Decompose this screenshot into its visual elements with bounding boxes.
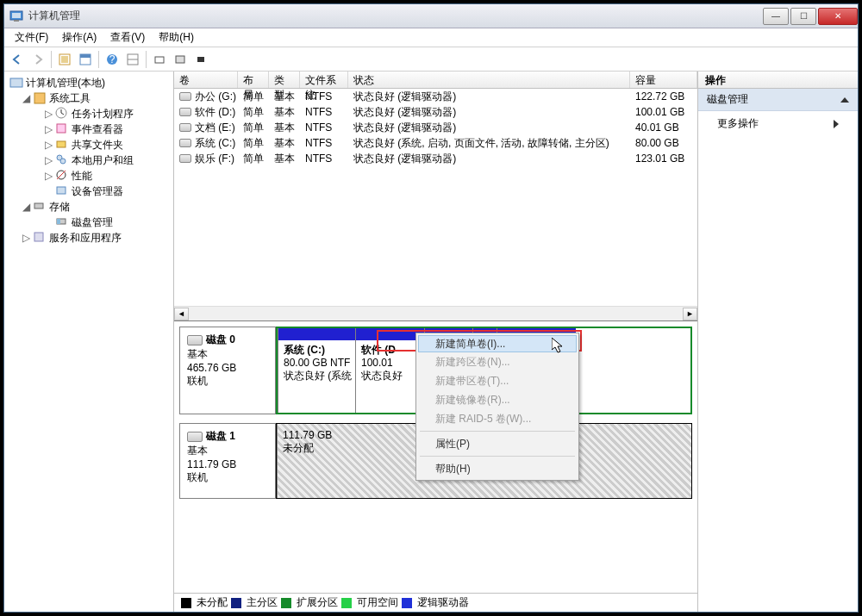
legend-free: 可用空间 [357, 595, 398, 610]
table-row[interactable]: 系统 (C:)简单基本NTFS状态良好 (系统, 启动, 页面文件, 活动, 故… [174, 135, 697, 151]
menu-file[interactable]: 文件(F) [8, 28, 55, 47]
tb-icon-5[interactable] [150, 50, 169, 69]
col-fs[interactable]: 文件系统 [300, 72, 348, 88]
menu-help[interactable]: 帮助(H) [152, 28, 201, 47]
partition[interactable]: 系统 (C:)80.00 GB NTF状态良好 (系统 [278, 328, 355, 413]
help-icon[interactable]: ? [103, 50, 122, 69]
context-menu-props[interactable]: 属性(P) [418, 434, 577, 453]
tb-icon-4[interactable] [123, 50, 142, 69]
back-button[interactable] [8, 50, 27, 69]
menu-view[interactable]: 查看(V) [103, 28, 152, 47]
table-row[interactable]: 文档 (E:)简单基本NTFS状态良好 (逻辑驱动器)40.01 GB [174, 120, 697, 135]
svg-text:?: ? [109, 53, 116, 65]
drive-icon [179, 139, 191, 147]
table-row[interactable]: 娱乐 (F:)简单基本NTFS状态良好 (逻辑驱动器)123.01 GB [174, 151, 697, 166]
disk-size: 111.79 GB [187, 458, 268, 470]
svg-rect-20 [57, 141, 66, 147]
tree-item[interactable]: ▷性能 [6, 168, 172, 184]
tree-systools[interactable]: ◢系统工具 [6, 90, 172, 106]
h-scrollbar[interactable]: ◄ ► [174, 306, 697, 320]
disk-type: 基本 [187, 444, 268, 458]
drive-icon [179, 123, 191, 132]
table-row[interactable]: 软件 (D:)简单基本NTFS状态良好 (逻辑驱动器)100.01 GB [174, 104, 697, 120]
svg-rect-4 [61, 56, 68, 63]
scroll-left-icon[interactable]: ◄ [174, 308, 189, 320]
tree-root[interactable]: 计算机管理(本地) [6, 75, 172, 90]
maximize-button[interactable]: ☐ [790, 8, 816, 25]
tree-item[interactable]: ▷事件查看器 [6, 121, 172, 137]
svg-rect-29 [34, 233, 43, 241]
svg-rect-28 [57, 219, 60, 224]
tb-icon-7[interactable] [191, 50, 210, 69]
context-menu-item: 新建带区卷(T)... [418, 371, 577, 390]
svg-rect-1 [12, 13, 21, 18]
menu-action[interactable]: 操作(A) [55, 28, 103, 47]
expand-icon[interactable]: ▷ [44, 170, 53, 182]
svg-rect-19 [57, 124, 66, 133]
col-volume[interactable]: 卷 [174, 72, 238, 88]
collapse-icon[interactable]: ◢ [22, 201, 31, 213]
svg-rect-6 [80, 54, 91, 58]
svg-rect-15 [34, 93, 45, 103]
svg-rect-13 [197, 57, 204, 62]
more-actions[interactable]: 更多操作 [698, 111, 858, 136]
disk-icon [187, 335, 203, 345]
expand-icon[interactable]: ▷ [44, 139, 53, 151]
drive-icon [179, 92, 191, 101]
expand-icon[interactable]: ▷ [44, 154, 53, 166]
context-menu-item: 新建跨区卷(N)... [418, 352, 577, 371]
tree-diskmgmt[interactable]: 磁盘管理 [6, 215, 172, 230]
nav-tree[interactable]: 计算机管理(本地) ◢系统工具 ▷任务计划程序 ▷事件查看器 ▷共享文件夹 ▷本… [4, 72, 174, 612]
svg-rect-25 [57, 187, 66, 194]
disk-state: 联机 [187, 470, 268, 485]
disk-header[interactable]: 磁盘 1 基本 111.79 GB 联机 [179, 423, 276, 499]
svg-point-22 [60, 159, 66, 164]
titlebar[interactable]: 计算机管理 — ☐ ✕ [4, 4, 858, 28]
partition[interactable]: 软件 (D100.01 状态良好 [355, 328, 424, 413]
tree-item[interactable]: 设备管理器 [6, 184, 172, 199]
menubar: 文件(F) 操作(A) 查看(V) 帮助(H) [4, 28, 858, 47]
tb-icon-6[interactable] [171, 50, 190, 69]
disk-size: 465.76 GB [187, 362, 268, 374]
drive-icon [179, 154, 191, 163]
minimize-button[interactable]: — [763, 8, 789, 25]
scroll-right-icon[interactable]: ► [683, 308, 697, 320]
expand-icon[interactable]: ▷ [44, 108, 53, 120]
table-row[interactable]: 办公 (G:)简单基本NTFS状态良好 (逻辑驱动器)122.72 GB [174, 89, 697, 104]
tb-icon-2[interactable] [76, 50, 95, 69]
close-button[interactable]: ✕ [818, 8, 858, 25]
expand-icon[interactable]: ▷ [22, 232, 31, 244]
volume-table[interactable]: 卷 布局 类型 文件系统 状态 容量 办公 (G:)简单基本NTFS状态良好 (… [174, 72, 697, 321]
tree-storage[interactable]: ◢存储 [6, 199, 172, 215]
legend-unalloc: 未分配 [197, 595, 228, 610]
table-header[interactable]: 卷 布局 类型 文件系统 状态 容量 [174, 72, 697, 89]
context-menu-item: 新建镜像卷(R)... [418, 390, 577, 409]
col-status[interactable]: 状态 [348, 72, 630, 88]
svg-rect-12 [176, 56, 184, 63]
tree-item[interactable]: ▷任务计划程序 [6, 106, 172, 121]
tree-item[interactable]: ▷共享文件夹 [6, 137, 172, 152]
svg-rect-2 [14, 20, 19, 22]
context-menu-item[interactable]: 新建简单卷(I)... [418, 335, 577, 352]
forward-button[interactable] [28, 50, 47, 69]
tree-item[interactable]: ▷本地用户和组 [6, 152, 172, 168]
disk-label: 磁盘 1 [206, 430, 235, 442]
context-menu-help[interactable]: 帮助(H) [418, 459, 577, 478]
tree-services[interactable]: ▷服务和应用程序 [6, 230, 172, 246]
actions-header: 操作 [698, 72, 858, 89]
svg-rect-14 [10, 78, 22, 87]
legend-ext: 扩展分区 [297, 595, 338, 610]
expand-icon[interactable]: ▷ [44, 123, 53, 135]
computer-management-window: 计算机管理 — ☐ ✕ 文件(F) 操作(A) 查看(V) 帮助(H) ? 计算… [3, 3, 859, 613]
context-menu[interactable]: 新建简单卷(I)...新建跨区卷(N)...新建带区卷(T)...新建镜像卷(R… [415, 333, 579, 481]
actions-panel: 操作 磁盘管理 更多操作 [698, 72, 858, 612]
collapse-icon[interactable]: ◢ [22, 92, 31, 104]
collapse-up-icon[interactable] [840, 97, 849, 103]
col-layout[interactable]: 布局 [238, 72, 269, 88]
col-type[interactable]: 类型 [269, 72, 300, 88]
tb-icon-1[interactable] [55, 50, 74, 69]
disk-header[interactable]: 磁盘 0 基本 465.76 GB 联机 [179, 327, 276, 414]
col-capacity[interactable]: 容量 [630, 72, 697, 88]
actions-section[interactable]: 磁盘管理 [698, 89, 858, 111]
context-menu-item: 新建 RAID-5 卷(W)... [418, 409, 577, 428]
